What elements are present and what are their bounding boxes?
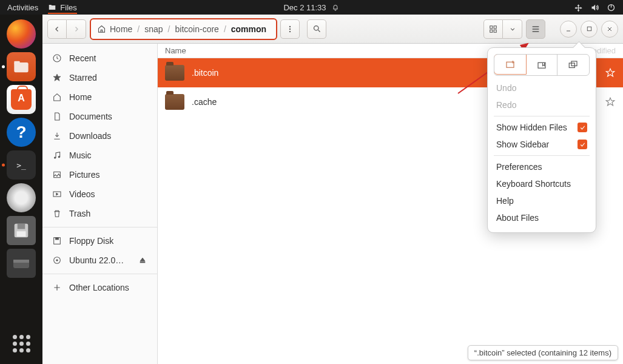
disc-icon [52, 255, 62, 265]
activities-button[interactable]: Activities [7, 3, 38, 12]
svg-rect-29 [569, 63, 574, 68]
folder-icon [165, 65, 184, 81]
close-button[interactable] [601, 21, 618, 38]
path-bar[interactable]: Home / snap / bitcoin-core / common [90, 18, 277, 40]
menu-shortcuts[interactable]: Keyboard Shortcuts [488, 175, 596, 192]
sidebar-label: Other Locations [69, 283, 129, 292]
doc-icon [52, 112, 62, 121]
check-icon [578, 123, 587, 132]
svg-point-18 [54, 157, 56, 159]
sidebar-documents[interactable]: Documents [42, 107, 157, 126]
dock-help[interactable]: ? [7, 118, 36, 147]
dock-disc[interactable] [7, 183, 36, 212]
menu-preferences[interactable]: Preferences [488, 158, 596, 175]
sidebar-trash[interactable]: Trash [42, 204, 157, 223]
star-icon [52, 73, 62, 83]
bookmark-button[interactable] [526, 55, 558, 75]
dock-drive[interactable] [7, 249, 36, 278]
svg-rect-26 [140, 262, 145, 263]
new-tab-button[interactable] [557, 55, 589, 75]
gnome-top-bar: Activities Files Dec 2 11:33 [0, 0, 623, 15]
minimize-icon [565, 25, 572, 33]
dock-software[interactable] [7, 85, 36, 114]
file-name: .bitcoin [192, 68, 386, 78]
svg-rect-13 [494, 25, 496, 28]
volume-icon[interactable] [590, 3, 599, 12]
dock-show-apps[interactable] [7, 329, 36, 358]
dock-firefox[interactable] [7, 19, 36, 49]
sidebar-music[interactable]: Music [42, 146, 157, 165]
dock-terminal[interactable]: >_ [7, 150, 36, 180]
path-bitcoin-core[interactable]: bitcoin-core [172, 24, 223, 34]
forward-button[interactable] [67, 19, 86, 39]
maximize-button[interactable] [581, 21, 598, 38]
sidebar-pictures[interactable]: Pictures [42, 165, 157, 184]
dock-files[interactable] [7, 52, 36, 81]
col-name[interactable]: Name [165, 46, 383, 55]
chevron-left-icon [53, 25, 61, 33]
svg-point-11 [314, 26, 318, 31]
svg-rect-30 [571, 61, 577, 66]
sidebar-ubuntu-iso[interactable]: Ubuntu 22.0… [42, 251, 157, 270]
status-bar: “.bitcoin” selected (containing 12 items… [468, 345, 618, 360]
floppy-icon [52, 236, 62, 246]
hamburger-menu-button[interactable] [526, 19, 545, 39]
clock[interactable]: Dec 2 11:33 [283, 3, 339, 12]
svg-rect-2 [14, 61, 19, 64]
search-button[interactable] [307, 19, 326, 39]
nav-buttons [47, 19, 86, 39]
folder-icon [165, 94, 184, 110]
search-icon [312, 24, 322, 33]
sidebar-videos[interactable]: Videos [42, 184, 157, 204]
trash-icon [52, 209, 62, 218]
sidebar-label: Floppy Disk [69, 236, 113, 246]
sidebar-starred[interactable]: Starred [42, 68, 157, 87]
network-icon[interactable] [574, 3, 583, 12]
menu-about[interactable]: About Files [488, 209, 596, 226]
grid-view-button[interactable] [483, 19, 503, 39]
star-outline-icon[interactable] [605, 96, 616, 107]
sidebar-recent[interactable]: Recent [42, 49, 157, 68]
sidebar-downloads[interactable]: Downloads [42, 126, 157, 146]
menu-show-sidebar[interactable]: Show Sidebar [488, 136, 596, 153]
bell-icon [331, 3, 340, 12]
bookmark-icon [536, 59, 547, 70]
path-snap[interactable]: snap [141, 24, 166, 34]
sidebar-label: Trash [69, 209, 90, 218]
sidebar-label: Pictures [69, 170, 100, 180]
path-home[interactable]: Home [106, 24, 136, 34]
folder-icon [48, 3, 56, 12]
svg-rect-15 [494, 30, 496, 32]
files-icon [13, 59, 30, 74]
star-outline-icon[interactable] [605, 67, 616, 78]
power-icon[interactable] [607, 3, 616, 12]
view-options-button[interactable] [503, 19, 522, 39]
minimize-button[interactable] [560, 21, 577, 38]
sidebar-other-locations[interactable]: Other Locations [42, 278, 157, 297]
dock-floppy[interactable] [7, 216, 36, 245]
file-name: .cache [192, 97, 386, 107]
svg-point-9 [289, 28, 291, 29]
menu-show-hidden[interactable]: Show Hidden Files [488, 119, 596, 136]
path-more-button[interactable] [280, 19, 300, 39]
sidebar-floppy[interactable]: Floppy Disk [42, 231, 157, 251]
svg-rect-1 [14, 62, 28, 72]
files-window: Home / snap / bitcoin-core / common [42, 15, 623, 364]
back-button[interactable] [47, 19, 67, 39]
sidebar-label: Starred [69, 73, 97, 83]
close-icon [606, 25, 613, 33]
headerbar: Home / snap / bitcoin-core / common [42, 15, 623, 44]
path-common[interactable]: common [227, 24, 270, 34]
active-app-indicator[interactable]: Files [48, 3, 76, 12]
menu-help[interactable]: Help [488, 192, 596, 209]
sidebar-home[interactable]: Home [42, 87, 157, 107]
svg-point-19 [58, 156, 60, 158]
new-folder-button[interactable] [494, 54, 527, 75]
eject-icon[interactable] [138, 255, 147, 265]
places-sidebar: Recent Starred Home Documents Downloads … [42, 44, 158, 364]
home-icon [97, 24, 106, 33]
new-tab-icon [568, 59, 579, 70]
svg-rect-5 [17, 231, 26, 237]
svg-point-25 [56, 260, 58, 261]
home-icon [52, 92, 62, 102]
